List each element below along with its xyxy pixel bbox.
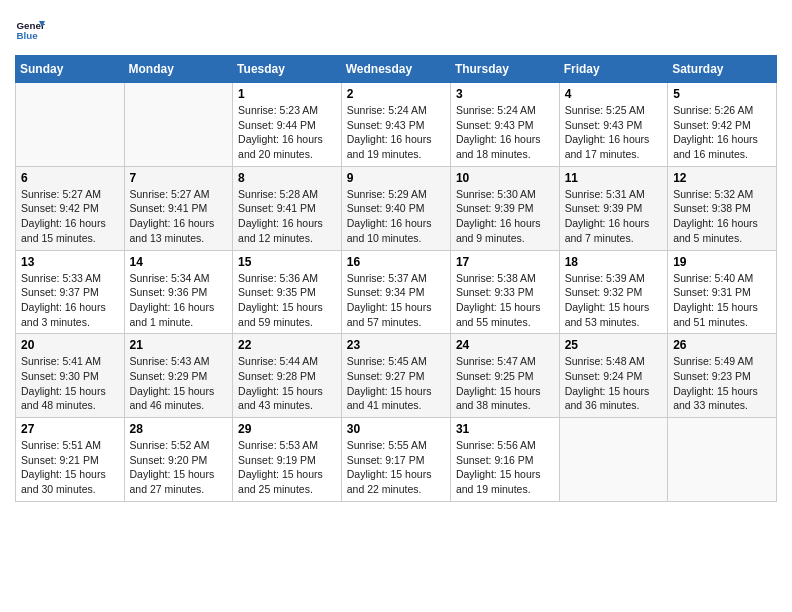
day-number: 22 bbox=[238, 338, 336, 352]
day-info: Sunrise: 5:29 AM Sunset: 9:40 PM Dayligh… bbox=[347, 187, 445, 246]
day-number: 18 bbox=[565, 255, 663, 269]
calendar-cell: 8Sunrise: 5:28 AM Sunset: 9:41 PM Daylig… bbox=[233, 166, 342, 250]
day-info: Sunrise: 5:27 AM Sunset: 9:41 PM Dayligh… bbox=[130, 187, 228, 246]
day-number: 15 bbox=[238, 255, 336, 269]
day-number: 17 bbox=[456, 255, 554, 269]
calendar-cell bbox=[559, 418, 668, 502]
header-row: SundayMondayTuesdayWednesdayThursdayFrid… bbox=[16, 56, 777, 83]
calendar-table: SundayMondayTuesdayWednesdayThursdayFrid… bbox=[15, 55, 777, 502]
calendar-cell: 27Sunrise: 5:51 AM Sunset: 9:21 PM Dayli… bbox=[16, 418, 125, 502]
day-number: 20 bbox=[21, 338, 119, 352]
day-info: Sunrise: 5:47 AM Sunset: 9:25 PM Dayligh… bbox=[456, 354, 554, 413]
calendar-cell: 29Sunrise: 5:53 AM Sunset: 9:19 PM Dayli… bbox=[233, 418, 342, 502]
header-cell-tuesday: Tuesday bbox=[233, 56, 342, 83]
calendar-cell: 16Sunrise: 5:37 AM Sunset: 9:34 PM Dayli… bbox=[341, 250, 450, 334]
day-number: 1 bbox=[238, 87, 336, 101]
week-row-4: 20Sunrise: 5:41 AM Sunset: 9:30 PM Dayli… bbox=[16, 334, 777, 418]
calendar-cell: 28Sunrise: 5:52 AM Sunset: 9:20 PM Dayli… bbox=[124, 418, 233, 502]
day-number: 3 bbox=[456, 87, 554, 101]
logo: General Blue bbox=[15, 15, 45, 45]
day-info: Sunrise: 5:30 AM Sunset: 9:39 PM Dayligh… bbox=[456, 187, 554, 246]
calendar-cell: 26Sunrise: 5:49 AM Sunset: 9:23 PM Dayli… bbox=[668, 334, 777, 418]
day-number: 16 bbox=[347, 255, 445, 269]
calendar-cell bbox=[668, 418, 777, 502]
day-number: 9 bbox=[347, 171, 445, 185]
day-number: 11 bbox=[565, 171, 663, 185]
day-info: Sunrise: 5:23 AM Sunset: 9:44 PM Dayligh… bbox=[238, 103, 336, 162]
day-number: 30 bbox=[347, 422, 445, 436]
day-number: 14 bbox=[130, 255, 228, 269]
calendar-cell: 31Sunrise: 5:56 AM Sunset: 9:16 PM Dayli… bbox=[450, 418, 559, 502]
day-info: Sunrise: 5:55 AM Sunset: 9:17 PM Dayligh… bbox=[347, 438, 445, 497]
day-number: 13 bbox=[21, 255, 119, 269]
calendar-cell bbox=[124, 83, 233, 167]
week-row-1: 1Sunrise: 5:23 AM Sunset: 9:44 PM Daylig… bbox=[16, 83, 777, 167]
day-info: Sunrise: 5:49 AM Sunset: 9:23 PM Dayligh… bbox=[673, 354, 771, 413]
day-number: 23 bbox=[347, 338, 445, 352]
page-header: General Blue bbox=[15, 15, 777, 45]
day-info: Sunrise: 5:51 AM Sunset: 9:21 PM Dayligh… bbox=[21, 438, 119, 497]
day-number: 5 bbox=[673, 87, 771, 101]
svg-text:Blue: Blue bbox=[17, 30, 39, 41]
week-row-5: 27Sunrise: 5:51 AM Sunset: 9:21 PM Dayli… bbox=[16, 418, 777, 502]
calendar-cell: 19Sunrise: 5:40 AM Sunset: 9:31 PM Dayli… bbox=[668, 250, 777, 334]
calendar-cell: 24Sunrise: 5:47 AM Sunset: 9:25 PM Dayli… bbox=[450, 334, 559, 418]
calendar-cell: 2Sunrise: 5:24 AM Sunset: 9:43 PM Daylig… bbox=[341, 83, 450, 167]
day-number: 10 bbox=[456, 171, 554, 185]
day-info: Sunrise: 5:36 AM Sunset: 9:35 PM Dayligh… bbox=[238, 271, 336, 330]
calendar-cell: 22Sunrise: 5:44 AM Sunset: 9:28 PM Dayli… bbox=[233, 334, 342, 418]
day-info: Sunrise: 5:31 AM Sunset: 9:39 PM Dayligh… bbox=[565, 187, 663, 246]
calendar-cell: 23Sunrise: 5:45 AM Sunset: 9:27 PM Dayli… bbox=[341, 334, 450, 418]
header-cell-thursday: Thursday bbox=[450, 56, 559, 83]
day-info: Sunrise: 5:52 AM Sunset: 9:20 PM Dayligh… bbox=[130, 438, 228, 497]
day-number: 4 bbox=[565, 87, 663, 101]
calendar-cell bbox=[16, 83, 125, 167]
day-info: Sunrise: 5:39 AM Sunset: 9:32 PM Dayligh… bbox=[565, 271, 663, 330]
header-cell-sunday: Sunday bbox=[16, 56, 125, 83]
calendar-cell: 12Sunrise: 5:32 AM Sunset: 9:38 PM Dayli… bbox=[668, 166, 777, 250]
day-number: 26 bbox=[673, 338, 771, 352]
calendar-cell: 5Sunrise: 5:26 AM Sunset: 9:42 PM Daylig… bbox=[668, 83, 777, 167]
logo-icon: General Blue bbox=[15, 15, 45, 45]
day-info: Sunrise: 5:34 AM Sunset: 9:36 PM Dayligh… bbox=[130, 271, 228, 330]
day-number: 12 bbox=[673, 171, 771, 185]
day-number: 8 bbox=[238, 171, 336, 185]
calendar-header: SundayMondayTuesdayWednesdayThursdayFrid… bbox=[16, 56, 777, 83]
day-number: 7 bbox=[130, 171, 228, 185]
day-number: 25 bbox=[565, 338, 663, 352]
day-info: Sunrise: 5:28 AM Sunset: 9:41 PM Dayligh… bbox=[238, 187, 336, 246]
day-info: Sunrise: 5:38 AM Sunset: 9:33 PM Dayligh… bbox=[456, 271, 554, 330]
day-info: Sunrise: 5:43 AM Sunset: 9:29 PM Dayligh… bbox=[130, 354, 228, 413]
day-info: Sunrise: 5:37 AM Sunset: 9:34 PM Dayligh… bbox=[347, 271, 445, 330]
calendar-cell: 4Sunrise: 5:25 AM Sunset: 9:43 PM Daylig… bbox=[559, 83, 668, 167]
calendar-cell: 9Sunrise: 5:29 AM Sunset: 9:40 PM Daylig… bbox=[341, 166, 450, 250]
week-row-3: 13Sunrise: 5:33 AM Sunset: 9:37 PM Dayli… bbox=[16, 250, 777, 334]
header-cell-monday: Monday bbox=[124, 56, 233, 83]
day-info: Sunrise: 5:24 AM Sunset: 9:43 PM Dayligh… bbox=[456, 103, 554, 162]
header-cell-friday: Friday bbox=[559, 56, 668, 83]
day-info: Sunrise: 5:24 AM Sunset: 9:43 PM Dayligh… bbox=[347, 103, 445, 162]
day-number: 2 bbox=[347, 87, 445, 101]
calendar-cell: 14Sunrise: 5:34 AM Sunset: 9:36 PM Dayli… bbox=[124, 250, 233, 334]
calendar-cell: 3Sunrise: 5:24 AM Sunset: 9:43 PM Daylig… bbox=[450, 83, 559, 167]
day-info: Sunrise: 5:45 AM Sunset: 9:27 PM Dayligh… bbox=[347, 354, 445, 413]
day-number: 31 bbox=[456, 422, 554, 436]
calendar-cell: 11Sunrise: 5:31 AM Sunset: 9:39 PM Dayli… bbox=[559, 166, 668, 250]
day-info: Sunrise: 5:56 AM Sunset: 9:16 PM Dayligh… bbox=[456, 438, 554, 497]
day-info: Sunrise: 5:25 AM Sunset: 9:43 PM Dayligh… bbox=[565, 103, 663, 162]
day-info: Sunrise: 5:40 AM Sunset: 9:31 PM Dayligh… bbox=[673, 271, 771, 330]
day-info: Sunrise: 5:41 AM Sunset: 9:30 PM Dayligh… bbox=[21, 354, 119, 413]
calendar-body: 1Sunrise: 5:23 AM Sunset: 9:44 PM Daylig… bbox=[16, 83, 777, 502]
calendar-cell: 21Sunrise: 5:43 AM Sunset: 9:29 PM Dayli… bbox=[124, 334, 233, 418]
calendar-cell: 13Sunrise: 5:33 AM Sunset: 9:37 PM Dayli… bbox=[16, 250, 125, 334]
calendar-cell: 7Sunrise: 5:27 AM Sunset: 9:41 PM Daylig… bbox=[124, 166, 233, 250]
calendar-cell: 30Sunrise: 5:55 AM Sunset: 9:17 PM Dayli… bbox=[341, 418, 450, 502]
calendar-cell: 1Sunrise: 5:23 AM Sunset: 9:44 PM Daylig… bbox=[233, 83, 342, 167]
day-info: Sunrise: 5:33 AM Sunset: 9:37 PM Dayligh… bbox=[21, 271, 119, 330]
week-row-2: 6Sunrise: 5:27 AM Sunset: 9:42 PM Daylig… bbox=[16, 166, 777, 250]
day-info: Sunrise: 5:32 AM Sunset: 9:38 PM Dayligh… bbox=[673, 187, 771, 246]
day-number: 19 bbox=[673, 255, 771, 269]
calendar-cell: 10Sunrise: 5:30 AM Sunset: 9:39 PM Dayli… bbox=[450, 166, 559, 250]
day-number: 24 bbox=[456, 338, 554, 352]
header-cell-wednesday: Wednesday bbox=[341, 56, 450, 83]
